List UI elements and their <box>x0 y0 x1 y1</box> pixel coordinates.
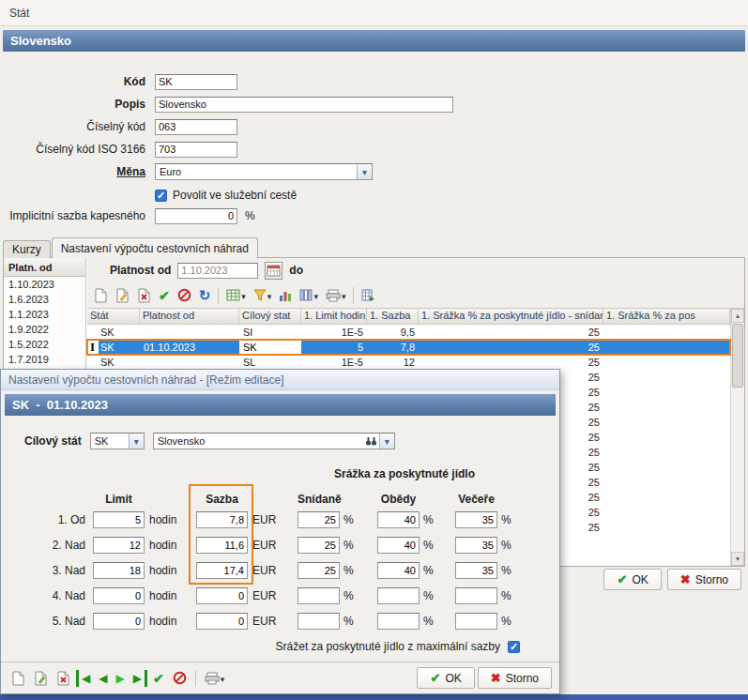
sazba-input[interactable] <box>196 511 248 528</box>
last-record-icon[interactable] <box>130 670 147 687</box>
kapesne-input[interactable] <box>155 208 237 224</box>
obedy-input[interactable] <box>377 562 420 579</box>
date-list-item[interactable]: 1.1.2023 <box>4 307 85 322</box>
column-header[interactable]: Stát <box>87 309 140 325</box>
date-list-item[interactable]: 1.5.2022 <box>4 337 85 352</box>
first-record-icon[interactable] <box>76 670 93 687</box>
dialog-storno-button[interactable]: Storno <box>478 667 552 689</box>
chevron-down-icon[interactable] <box>313 289 318 302</box>
chevron-down-icon[interactable] <box>267 289 272 302</box>
delete-record-icon[interactable] <box>134 286 154 305</box>
previous-record-icon[interactable] <box>96 670 110 687</box>
cancel-icon[interactable] <box>170 669 190 687</box>
column-header[interactable]: 1. Limit hodin <box>301 309 367 325</box>
tab-kurzy[interactable]: Kurzy <box>3 240 51 258</box>
vertical-scrollbar[interactable] <box>730 309 744 566</box>
vecere-input[interactable] <box>455 537 497 554</box>
cancel-icon[interactable] <box>175 286 194 304</box>
cilovy-stat-code-combo[interactable]: SK <box>90 433 145 449</box>
snidane-input[interactable] <box>298 613 340 630</box>
dialog-ok-button[interactable]: OK <box>417 667 474 689</box>
limit-input[interactable] <box>93 587 145 604</box>
ok-button[interactable]: OK <box>603 569 661 590</box>
column-header[interactable]: 1. Srážka % za poskytnuté jídlo - snídan… <box>419 309 603 325</box>
scroll-down-arrow[interactable] <box>731 552 744 566</box>
kod-input[interactable] <box>155 74 237 90</box>
chart-icon[interactable] <box>276 287 295 304</box>
dialog-titlebar[interactable]: Nastavení výpočtu cestovních náhrad - [R… <box>1 370 559 390</box>
vecere-input[interactable] <box>455 613 497 630</box>
accept-icon[interactable] <box>150 669 167 688</box>
chevron-down-icon[interactable] <box>129 434 144 449</box>
platnost-od-input[interactable] <box>177 263 258 279</box>
toolbar-separator <box>218 287 219 304</box>
limit-input[interactable] <box>93 613 145 630</box>
vecere-input[interactable] <box>455 587 497 604</box>
obedy-input[interactable] <box>377 587 420 604</box>
chevron-down-icon[interactable] <box>357 164 372 179</box>
column-header[interactable]: 1. Sazba <box>367 309 419 325</box>
scrollbar-thumb[interactable] <box>732 324 743 388</box>
columns-icon[interactable] <box>297 287 321 304</box>
limit-input[interactable] <box>93 511 145 528</box>
table-row[interactable]: ISK SL 1E-5 12 25 <box>87 355 730 370</box>
date-list-item[interactable]: 1.10.2023 <box>4 277 85 292</box>
obedy-input[interactable] <box>377 613 420 630</box>
new-record-icon[interactable] <box>8 669 28 688</box>
refresh-icon[interactable] <box>196 286 214 304</box>
povolit-label[interactable]: Povolit ve služební cestě <box>173 189 297 202</box>
new-record-icon[interactable] <box>91 286 111 305</box>
snidane-input[interactable] <box>298 511 340 528</box>
snidane-input[interactable] <box>298 587 340 604</box>
povolit-checkbox[interactable] <box>155 190 167 202</box>
mena-combo[interactable]: Euro <box>155 163 373 180</box>
limit-input[interactable] <box>93 562 145 579</box>
ciselny-kod-input[interactable] <box>155 119 237 135</box>
chevron-down-icon[interactable] <box>379 434 394 449</box>
vecere-input[interactable] <box>455 511 497 528</box>
date-list-header[interactable]: Platn. od <box>4 258 85 277</box>
column-header[interactable]: Platnost od <box>140 309 239 325</box>
date-list-item[interactable]: 1.6.2023 <box>4 292 85 307</box>
popis-input[interactable] <box>155 97 453 113</box>
date-list-item[interactable]: 1.7.2019 <box>4 352 85 367</box>
table-export-icon[interactable] <box>359 287 378 303</box>
srazet-checkbox[interactable] <box>508 641 520 653</box>
rate-row: 3. Nad hodin EUR % % % <box>1 561 559 580</box>
search-icon[interactable] <box>365 435 377 447</box>
iso-input[interactable] <box>155 142 237 158</box>
edit-record-icon[interactable] <box>113 286 132 305</box>
srazet-checkbox-label[interactable]: Srážet za poskytnuté jídlo z maximální s… <box>276 640 500 653</box>
table-row[interactable]: ISK 01.10.2023 SK 5 7,8 25 <box>87 340 730 355</box>
print-icon[interactable] <box>202 670 228 687</box>
sazba-input[interactable] <box>196 587 248 604</box>
vecere-input[interactable] <box>455 562 497 579</box>
limit-input[interactable] <box>93 537 145 554</box>
export-data-icon[interactable] <box>223 287 249 304</box>
print-icon[interactable] <box>323 287 349 304</box>
date-list-item[interactable]: 1.9.2022 <box>4 322 85 337</box>
obedy-input[interactable] <box>377 537 420 554</box>
delete-record-icon[interactable] <box>53 669 73 688</box>
chevron-down-icon[interactable] <box>342 289 346 302</box>
chevron-down-icon[interactable] <box>241 289 246 302</box>
calendar-icon[interactable] <box>265 262 282 280</box>
edit-record-icon[interactable] <box>31 669 51 688</box>
next-record-icon[interactable] <box>113 670 127 687</box>
sazba-input[interactable] <box>196 613 248 630</box>
scroll-up-arrow[interactable] <box>731 309 744 323</box>
obedy-input[interactable] <box>377 511 420 528</box>
snidane-input[interactable] <box>298 537 340 554</box>
column-header[interactable]: Cílový stat <box>239 309 301 325</box>
tab-nastaveni-nahrad[interactable]: Nastavení výpočtu cestovních náhrad <box>52 237 258 258</box>
table-row[interactable]: ISK SI 1E-5 9,5 25 <box>87 325 730 340</box>
column-header[interactable]: 1. Srážka % za pos <box>603 309 730 325</box>
sazba-input[interactable] <box>196 537 248 554</box>
filter-icon[interactable] <box>251 287 275 304</box>
snidane-input[interactable] <box>298 562 340 579</box>
chevron-down-icon[interactable] <box>221 672 225 685</box>
sazba-input[interactable] <box>196 562 248 579</box>
accept-icon[interactable] <box>156 286 173 305</box>
storno-button[interactable]: Storno <box>667 569 741 590</box>
cilovy-stat-name-combo[interactable]: Slovensko <box>153 433 395 449</box>
